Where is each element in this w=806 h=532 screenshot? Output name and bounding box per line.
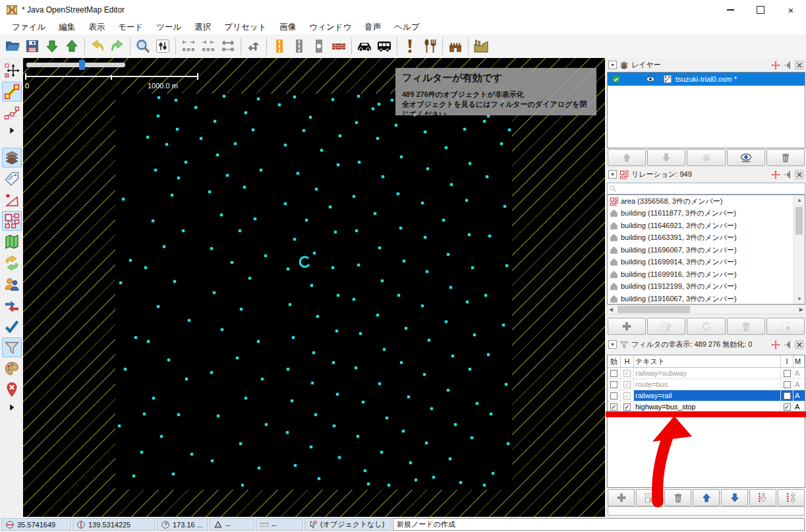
draw-tool-button[interactable] bbox=[2, 82, 22, 102]
castle-button[interactable] bbox=[446, 36, 465, 56]
warning-button[interactable] bbox=[400, 36, 420, 56]
layer-visibility-icon[interactable] bbox=[646, 74, 655, 84]
move-tool-button[interactable] bbox=[2, 61, 22, 80]
zoom-slider-handle[interactable] bbox=[79, 60, 85, 70]
scroll-up-icon[interactable]: ▲ bbox=[794, 195, 805, 205]
relation-list-item[interactable]: building (11699914, 3件のメンバー) bbox=[608, 256, 794, 269]
move-down-button[interactable] bbox=[647, 149, 685, 166]
paint-tool-button[interactable] bbox=[2, 359, 22, 378]
relation-list-item[interactable]: building (11699916, 3件のメンバー) bbox=[608, 268, 794, 281]
filter-row[interactable]: ✓railway=railA bbox=[608, 390, 805, 401]
collapse-icon[interactable]: ▾ bbox=[608, 170, 617, 179]
relation-list-item[interactable]: building (11912199, 3件のメンバー) bbox=[608, 281, 794, 293]
car-button[interactable] bbox=[355, 36, 374, 56]
scrollbar-thumb[interactable] bbox=[795, 207, 803, 235]
undo-button[interactable] bbox=[88, 36, 107, 56]
bus-button[interactable] bbox=[374, 36, 394, 56]
move-up-button[interactable] bbox=[608, 149, 646, 166]
wall-button[interactable] bbox=[329, 36, 349, 56]
relation-list-item[interactable]: building (11663391, 3件のメンバー) bbox=[608, 232, 794, 245]
horizontal-scrollbar[interactable]: ◀ ▶ bbox=[607, 305, 805, 314]
filter-row[interactable]: ✓✓highway=bus_stop✓A bbox=[608, 401, 805, 413]
detach-icon[interactable] bbox=[771, 61, 780, 70]
relations-tool-button[interactable] bbox=[2, 211, 22, 231]
add-button[interactable] bbox=[608, 489, 635, 506]
expand-tool-button[interactable] bbox=[2, 124, 22, 137]
food-button[interactable] bbox=[420, 36, 440, 56]
road-circle-button[interactable] bbox=[309, 36, 329, 56]
collapse-icon[interactable]: ▾ bbox=[608, 340, 617, 349]
vertical-scrollbar[interactable]: ▲ ▼ bbox=[793, 195, 805, 304]
delete-button[interactable] bbox=[766, 149, 805, 166]
authors-tool-button[interactable] bbox=[2, 274, 22, 294]
relation-list-item[interactable]: building (11646921, 3件のメンバー) bbox=[608, 220, 794, 232]
checkbox[interactable] bbox=[784, 392, 791, 399]
minimize-button[interactable] bbox=[715, 0, 745, 20]
detach-icon[interactable] bbox=[771, 340, 780, 349]
road-orange-button[interactable] bbox=[270, 36, 289, 56]
road-gray-button[interactable] bbox=[289, 36, 309, 56]
marker-tool-button[interactable] bbox=[2, 380, 22, 399]
menu-4[interactable]: モード bbox=[111, 22, 150, 33]
edit-button[interactable] bbox=[636, 489, 663, 506]
checkbox[interactable]: ✓ bbox=[784, 403, 791, 411]
scroll-left-icon[interactable]: ◀ bbox=[609, 305, 613, 314]
checkbox[interactable]: ✓ bbox=[623, 381, 631, 388]
show-hide-button[interactable] bbox=[727, 149, 765, 166]
filter-tool-button[interactable] bbox=[2, 338, 22, 357]
relation-search-input[interactable] bbox=[607, 183, 805, 194]
menu-6[interactable]: 選択 bbox=[188, 22, 217, 33]
menu-5[interactable]: ツール bbox=[150, 22, 188, 33]
menu-2[interactable]: 編集 bbox=[52, 22, 82, 33]
scrollbar-thumb[interactable] bbox=[618, 306, 690, 313]
relation-list-item[interactable]: building (11611877, 3件のメンバー) bbox=[608, 208, 794, 220]
checkbox[interactable]: ✓ bbox=[610, 403, 618, 411]
cmdstack-tool-button[interactable] bbox=[2, 253, 22, 273]
checkbox[interactable] bbox=[784, 370, 791, 377]
pin-icon[interactable] bbox=[783, 61, 792, 70]
sort-button[interactable] bbox=[778, 489, 805, 506]
minimap-tool-button[interactable] bbox=[2, 232, 22, 252]
download-members-button[interactable] bbox=[687, 318, 725, 335]
menu-1[interactable]: ファイル bbox=[5, 22, 52, 33]
checkbox[interactable]: ✓ bbox=[623, 370, 631, 377]
edit-button[interactable] bbox=[647, 318, 685, 335]
improve-tool-button[interactable] bbox=[2, 103, 22, 123]
select-button[interactable] bbox=[766, 318, 805, 335]
menu-11[interactable]: ヘルプ bbox=[388, 22, 426, 33]
redo-button[interactable] bbox=[107, 36, 127, 56]
merge-button[interactable] bbox=[687, 149, 725, 166]
detach-icon[interactable] bbox=[771, 170, 780, 179]
expand-tool-button[interactable] bbox=[2, 401, 22, 414]
panel-close-icon[interactable] bbox=[795, 61, 804, 70]
scroll-right-icon[interactable]: ▶ bbox=[799, 305, 803, 314]
relation-list-item[interactable]: building (11916067, 3件のメンバー) bbox=[608, 293, 794, 305]
prefs-button[interactable] bbox=[153, 36, 173, 56]
panel-close-icon[interactable] bbox=[795, 340, 804, 349]
maximize-button[interactable] bbox=[745, 0, 776, 20]
layers-tool-button[interactable] bbox=[2, 148, 22, 167]
download-button[interactable] bbox=[42, 36, 62, 56]
save-button[interactable] bbox=[22, 36, 42, 56]
close-button[interactable]: × bbox=[776, 0, 806, 20]
search-button[interactable] bbox=[133, 36, 153, 56]
collapse-icon[interactable]: ▾ bbox=[608, 61, 617, 69]
panel-close-icon[interactable] bbox=[795, 170, 804, 179]
menu-8[interactable]: 画像 bbox=[273, 22, 302, 33]
filter-row[interactable]: ✓route=busA bbox=[608, 379, 805, 390]
delete-button[interactable] bbox=[727, 318, 765, 335]
checkbox[interactable]: ✓ bbox=[623, 403, 631, 411]
works-button[interactable] bbox=[471, 36, 491, 56]
pin-icon[interactable] bbox=[783, 340, 792, 349]
flip-button[interactable] bbox=[218, 36, 238, 56]
menu-3[interactable]: 表示 bbox=[82, 22, 111, 33]
filter-row[interactable]: ✓railway=subwayA bbox=[608, 368, 805, 379]
checkbox[interactable] bbox=[610, 392, 618, 399]
zoom-slider[interactable] bbox=[26, 63, 125, 67]
tags-tool-button[interactable] bbox=[2, 169, 22, 189]
pin-icon[interactable] bbox=[783, 170, 792, 179]
open-button[interactable] bbox=[3, 36, 22, 56]
movenode-button[interactable] bbox=[244, 36, 264, 56]
move-down-button[interactable] bbox=[721, 489, 748, 506]
add-button[interactable] bbox=[608, 318, 646, 335]
